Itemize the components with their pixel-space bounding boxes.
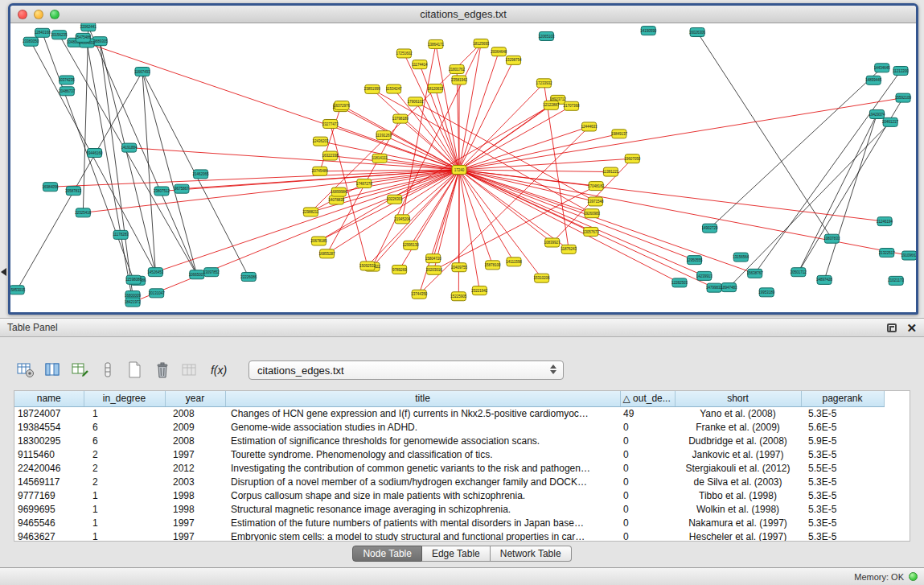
- delete-table-button[interactable]: [150, 360, 175, 381]
- column-header[interactable]: short: [675, 391, 801, 406]
- svg-text:17906101: 17906101: [408, 100, 425, 104]
- svg-text:19607050: 19607050: [624, 157, 641, 161]
- table-row[interactable]: 977716911998Corpus callosum shape and si…: [14, 488, 910, 502]
- table-cell: 0: [620, 488, 675, 502]
- svg-text:17251602: 17251602: [396, 51, 413, 56]
- table-cell: Franke et al. (2009): [675, 420, 801, 434]
- table-row[interactable]: 946362711997Embryonic stem cells: a mode…: [14, 529, 910, 542]
- window-titlebar[interactable]: citations_edges.txt: [10, 6, 916, 23]
- node-table-header-row: namein_degreeyeartitle△ out_de...shortpa…: [14, 391, 910, 406]
- svg-text:12444633: 12444633: [581, 125, 598, 129]
- svg-text:20486737: 20486737: [59, 89, 76, 93]
- svg-text:13864171: 13864171: [428, 43, 445, 47]
- table-cell: 1997: [165, 529, 225, 542]
- column-header[interactable]: title: [225, 391, 620, 406]
- table-cell: Estimation of significance thresholds fo…: [225, 434, 620, 447]
- svg-text:12840168: 12840168: [35, 31, 51, 35]
- float-panel-icon[interactable]: [887, 323, 897, 332]
- table-cell: Yano et al. (2008): [675, 406, 801, 420]
- row-filler: [884, 406, 910, 420]
- svg-text:22988211: 22988211: [303, 210, 319, 214]
- table-cell: Corpus callosum shape and size in male p…: [225, 488, 620, 502]
- table-cell: 1998: [165, 488, 225, 502]
- svg-text:11814111: 11814111: [372, 156, 388, 160]
- svg-text:13298754: 13298754: [506, 58, 523, 62]
- table-cell: 1998: [165, 502, 225, 516]
- svg-text:14897428: 14897428: [816, 278, 833, 282]
- tab-node-table[interactable]: Node Table: [352, 546, 422, 562]
- svg-text:16800009: 16800009: [125, 294, 142, 298]
- node-table: namein_degreeyeartitle△ out_de...shortpa…: [14, 391, 910, 542]
- column-header[interactable]: in_degree: [84, 391, 165, 406]
- svg-text:12282503: 12282503: [671, 281, 688, 285]
- table-cell: 22420046: [14, 461, 84, 475]
- svg-text:14899445: 14899445: [865, 78, 882, 82]
- svg-text:19260983: 19260983: [584, 212, 601, 216]
- table-cell: 5.3E-5: [801, 516, 884, 529]
- svg-text:11178283: 11178283: [113, 233, 129, 237]
- table-cell: Changes of HCN gene expression and I(f) …: [225, 406, 620, 420]
- svg-text:9789269: 9789269: [392, 268, 407, 272]
- table-cell: 0: [620, 420, 675, 434]
- column-header[interactable]: name: [14, 391, 84, 406]
- row-filler: [884, 447, 910, 461]
- svg-text:14239913: 14239913: [696, 274, 713, 278]
- table-cell: 1: [84, 406, 165, 420]
- table-row[interactable]: 1456911722003Disruption of a novel membe…: [14, 475, 910, 488]
- column-header[interactable]: △ out_de...: [620, 391, 675, 406]
- row-filler: [884, 488, 910, 502]
- header-filler: [884, 391, 910, 406]
- svg-text:19429374: 19429374: [869, 113, 885, 117]
- network-graph[interactable]: 1724011381221170481821397154819260983130…: [10, 23, 916, 312]
- svg-text:20461217: 20461217: [882, 120, 899, 124]
- import-table-button[interactable]: [178, 360, 202, 381]
- table-row[interactable]: 911546021997Tourette syndrome. Phenomeno…: [14, 447, 910, 461]
- svg-text:20064648: 20064648: [491, 50, 507, 54]
- svg-text:16322338: 16322338: [322, 154, 339, 158]
- function-builder-button[interactable]: f(x): [205, 360, 232, 381]
- svg-text:19446160: 19446160: [87, 151, 104, 155]
- collapse-arrow-icon[interactable]: [1, 268, 6, 276]
- new-table-button[interactable]: [123, 360, 147, 381]
- svg-text:15092532: 15092532: [359, 264, 376, 268]
- column-header[interactable]: year: [165, 391, 225, 406]
- table-row[interactable]: 1938455462009Genome-wide association stu…: [14, 420, 910, 434]
- table-cell: Tibbo et al. (1998): [675, 488, 801, 502]
- tab-network-table[interactable]: Network Table: [491, 546, 572, 562]
- table-settings-button[interactable]: [14, 360, 38, 381]
- new-column-button[interactable]: [68, 360, 92, 381]
- svg-text:15804720: 15804720: [425, 257, 442, 261]
- svg-text:10839927: 10839927: [544, 241, 561, 245]
- svg-text:12436203: 12436203: [312, 139, 329, 143]
- svg-text:18120633: 18120633: [427, 87, 444, 91]
- close-panel-icon[interactable]: ✕: [906, 322, 917, 334]
- table-row[interactable]: 1872400712008Changes of HCN gene express…: [14, 406, 910, 420]
- table-row[interactable]: 969969511998Structural magnetic resonanc…: [14, 502, 910, 516]
- svg-text:14902729: 14902729: [702, 226, 719, 230]
- svg-text:10837833: 10837833: [823, 237, 840, 241]
- window-title: citations_edges.txt: [10, 8, 916, 20]
- status-bar: Memory: OK: [0, 567, 924, 585]
- table-row[interactable]: 2242004622012Investigating the contribut…: [14, 461, 910, 475]
- svg-text:11876243: 11876243: [561, 247, 577, 251]
- table-mode-button[interactable]: [96, 360, 120, 381]
- column-header[interactable]: pagerank: [801, 391, 884, 406]
- table-panel-body: f(x) citations_edges.txt namein_degreeye…: [0, 337, 924, 585]
- table-cell: Hescheler et al. (1997): [675, 529, 801, 542]
- select-columns-button[interactable]: [41, 360, 65, 381]
- table-row[interactable]: 946554611997Estimation of the future num…: [14, 516, 910, 529]
- table-cell: Tourette syndrome. Phenomenology and cla…: [225, 447, 620, 461]
- tab-edge-table[interactable]: Edge Table: [422, 546, 491, 562]
- table-row[interactable]: 1830029562008Estimation of significance …: [14, 434, 910, 447]
- svg-text:11381221: 11381221: [603, 170, 619, 174]
- svg-text:23277473: 23277473: [322, 122, 339, 126]
- row-filler: [884, 516, 910, 529]
- svg-text:18125693: 18125693: [473, 42, 490, 46]
- network-view[interactable]: 1724011381221170481821397154819260983130…: [10, 23, 916, 312]
- svg-text:18947483: 18947483: [721, 286, 737, 290]
- table-cell: 2: [84, 475, 165, 488]
- svg-text:19109662: 19109662: [901, 253, 916, 257]
- svg-text:12950555: 12950555: [687, 258, 704, 262]
- table-cell: Jankovic et al. (1997): [675, 447, 801, 461]
- table-select-dropdown[interactable]: citations_edges.txt: [248, 360, 564, 380]
